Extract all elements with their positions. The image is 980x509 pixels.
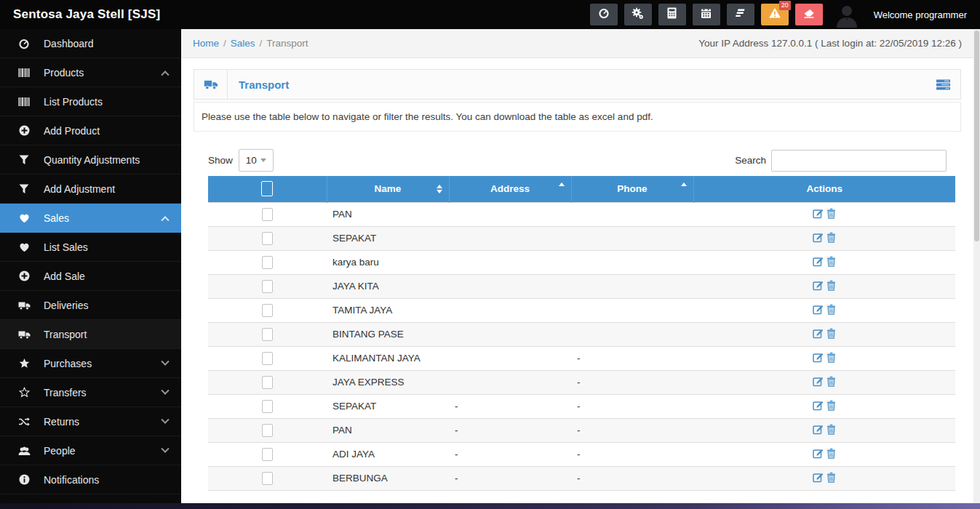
delete-icon[interactable] bbox=[826, 448, 836, 459]
cell-phone: - bbox=[571, 466, 693, 490]
delete-icon[interactable] bbox=[826, 304, 836, 315]
calendar-shortcut-button[interactable] bbox=[693, 4, 720, 25]
row-select-cell bbox=[208, 202, 327, 226]
cell-phone: - bbox=[571, 346, 693, 370]
sidebar-item-returns[interactable]: Returns bbox=[0, 407, 181, 436]
user-avatar[interactable] bbox=[834, 1, 860, 28]
row-checkbox[interactable] bbox=[262, 400, 273, 413]
edit-icon[interactable] bbox=[813, 400, 824, 411]
row-checkbox[interactable] bbox=[262, 376, 273, 389]
truck-icon bbox=[15, 300, 33, 310]
table-controls: Show 10 Search bbox=[208, 149, 947, 172]
table-row: BERBUNGA - - bbox=[208, 466, 955, 490]
delete-icon[interactable] bbox=[826, 400, 836, 411]
cell-name: JAYA EXPRESS bbox=[327, 370, 449, 394]
table-section: Show 10 Search Name bbox=[194, 149, 961, 493]
tasks-icon[interactable] bbox=[936, 79, 951, 91]
delete-icon[interactable] bbox=[826, 352, 836, 363]
cell-phone: - bbox=[571, 370, 693, 394]
edit-icon[interactable] bbox=[813, 208, 824, 219]
row-checkbox[interactable] bbox=[262, 232, 273, 245]
sidebar-item-purchases[interactable]: Purchases bbox=[0, 349, 181, 378]
table-row: PAN bbox=[208, 202, 955, 226]
delete-icon[interactable] bbox=[826, 232, 836, 243]
delete-icon[interactable] bbox=[826, 376, 836, 387]
row-select-cell bbox=[208, 346, 327, 370]
edit-icon[interactable] bbox=[813, 448, 824, 459]
column-header-actions: Actions bbox=[693, 176, 955, 202]
edit-icon[interactable] bbox=[813, 376, 824, 387]
row-checkbox[interactable] bbox=[262, 352, 273, 365]
row-checkbox[interactable] bbox=[262, 448, 273, 461]
warnings-button[interactable]: 20 bbox=[761, 4, 789, 25]
sidebar-item-notifications[interactable]: Notifications bbox=[0, 465, 181, 494]
delete-icon[interactable] bbox=[826, 424, 836, 435]
page-scrollbar[interactable] bbox=[973, 29, 980, 503]
breadcrumb-home-link[interactable]: Home bbox=[193, 38, 219, 49]
sidebar-item-label: List Products bbox=[44, 96, 103, 108]
delete-icon[interactable] bbox=[826, 328, 836, 339]
sidebar-item-add-product[interactable]: Add Product bbox=[0, 116, 181, 145]
column-header-phone[interactable]: Phone bbox=[571, 176, 693, 202]
row-select-cell bbox=[208, 274, 327, 298]
sidebar-item-transport[interactable]: Transport bbox=[0, 320, 181, 349]
scrollbar-thumb[interactable] bbox=[974, 31, 979, 241]
settings-shortcut-button[interactable] bbox=[624, 4, 652, 25]
dashboard-shortcut-button[interactable] bbox=[590, 4, 618, 25]
row-checkbox[interactable] bbox=[262, 208, 273, 221]
sidebar-item-transfers[interactable]: Transfers bbox=[0, 378, 181, 407]
row-checkbox[interactable] bbox=[262, 328, 273, 341]
row-checkbox[interactable] bbox=[262, 280, 273, 293]
select-all-checkbox[interactable] bbox=[261, 181, 273, 196]
edit-icon[interactable] bbox=[813, 304, 824, 315]
search-input[interactable] bbox=[771, 150, 947, 172]
edit-icon[interactable] bbox=[813, 424, 824, 435]
column-header-name[interactable]: Name bbox=[327, 176, 449, 202]
sidebar-item-label: Products bbox=[44, 67, 84, 79]
row-checkbox[interactable] bbox=[262, 304, 273, 317]
row-checkbox[interactable] bbox=[262, 472, 273, 485]
sidebar-item-label: Transport bbox=[44, 329, 87, 340]
row-checkbox[interactable] bbox=[262, 256, 273, 269]
sidebar-item-list-sales[interactable]: List Sales bbox=[0, 233, 181, 262]
edit-icon[interactable] bbox=[813, 472, 824, 483]
page-length-select[interactable]: 10 bbox=[239, 149, 274, 172]
edit-icon[interactable] bbox=[813, 328, 824, 339]
cell-phone: - bbox=[571, 442, 693, 466]
edit-icon[interactable] bbox=[813, 232, 824, 243]
sidebar-item-products[interactable]: Products bbox=[0, 58, 181, 87]
cell-name: BERBUNGA bbox=[327, 466, 449, 490]
row-checkbox[interactable] bbox=[262, 424, 273, 437]
edit-icon[interactable] bbox=[813, 352, 824, 363]
edit-icon[interactable] bbox=[813, 256, 824, 267]
sidebar-item-list-products[interactable]: List Products bbox=[0, 87, 181, 116]
row-select-cell bbox=[208, 418, 327, 442]
delete-icon[interactable] bbox=[826, 472, 836, 483]
heart-icon bbox=[15, 242, 33, 252]
star-outline-icon bbox=[15, 387, 33, 398]
sidebar-item-label: Transfers bbox=[44, 387, 87, 398]
table-row: JAYA EXPRESS - bbox=[208, 370, 955, 394]
sidebar-item-quantity-adjustments[interactable]: Quantity Adjustments bbox=[0, 145, 181, 175]
sidebar-item-sales[interactable]: Sales bbox=[0, 204, 181, 233]
breadcrumb-sales-link[interactable]: Sales bbox=[231, 38, 255, 49]
sidebar-item-people[interactable]: People bbox=[0, 436, 181, 465]
delete-icon[interactable] bbox=[826, 280, 836, 291]
calculator-shortcut-button[interactable] bbox=[658, 4, 686, 25]
cell-phone: - bbox=[571, 490, 693, 493]
cell-actions bbox=[693, 346, 955, 370]
sidebar-item-add-adjustment[interactable]: Add Adjustment bbox=[0, 175, 181, 204]
cogs-icon bbox=[632, 7, 644, 23]
edit-icon[interactable] bbox=[813, 280, 824, 291]
sidebar-item-deliveries[interactable]: Deliveries bbox=[0, 291, 181, 320]
column-header-address[interactable]: Address bbox=[449, 176, 571, 202]
css-shortcut-button[interactable] bbox=[727, 4, 754, 25]
sidebar-item-add-sale[interactable]: Add Sale bbox=[0, 262, 181, 291]
delete-icon[interactable] bbox=[826, 256, 836, 267]
search-group: Search bbox=[735, 150, 947, 172]
delete-icon[interactable] bbox=[826, 208, 836, 219]
select-all-header[interactable] bbox=[208, 176, 327, 202]
cell-address: - bbox=[449, 466, 571, 490]
clear-button[interactable] bbox=[795, 4, 823, 25]
sidebar-item-dashboard[interactable]: Dashboard bbox=[0, 29, 181, 58]
